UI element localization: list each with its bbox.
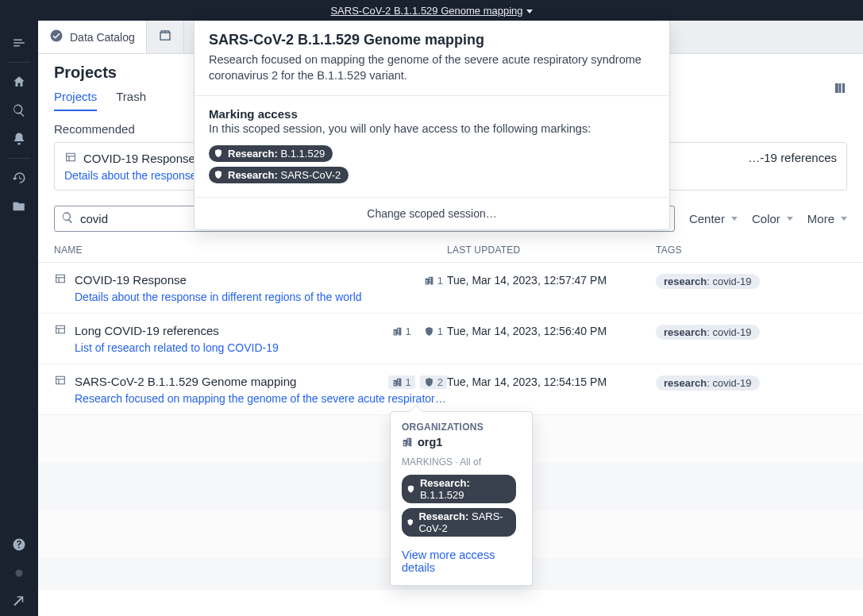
rail-divider xyxy=(8,158,30,159)
popover-title: SARS-CoV-2 B.1.1.529 Genome mapping xyxy=(209,32,655,48)
row-title: SARS-CoV-2 B.1.1.529 Genome mapping xyxy=(75,375,296,388)
row-time: Tue, Mar 14, 2023, 12:54:15 PM xyxy=(447,374,656,405)
org-icon xyxy=(402,437,413,448)
tag: research: covid-19 xyxy=(656,325,760,340)
table-row[interactable]: COVID-19 Response Details about the resp… xyxy=(38,263,863,314)
orgs-label: ORGANIZATIONS xyxy=(402,422,521,433)
scoped-session-title[interactable]: SARS-CoV-2 B.1.1.529 Genome mapping xyxy=(330,5,522,17)
scoped-session-popover: SARS-CoV-2 B.1.1.529 Genome mapping Rese… xyxy=(194,21,670,230)
check-circle-icon xyxy=(49,29,64,45)
row-time: Tue, Mar 14, 2023, 12:56:40 PM xyxy=(447,323,656,354)
org-count: 1 xyxy=(420,274,447,287)
tab-label: Data Catalog xyxy=(70,31,135,44)
table-row[interactable]: Long COVID-19 references List of researc… xyxy=(38,314,863,364)
row-desc: List of research related to long COVID-1… xyxy=(75,341,447,354)
project-icon xyxy=(54,323,67,338)
markings-label: MARKINGS xyxy=(402,456,453,468)
recent-icon[interactable] xyxy=(0,164,38,192)
row-title: Long COVID-19 references xyxy=(75,324,219,337)
change-scoped-session[interactable]: Change scoped session… xyxy=(195,197,669,229)
tab-data-catalog[interactable]: Data Catalog xyxy=(38,21,147,53)
tag: research: covid-19 xyxy=(656,375,760,391)
view-access-details-link[interactable]: View more access details xyxy=(402,549,521,574)
marking-chip: Research: SARS-CoV-2 xyxy=(402,508,516,537)
subtab-projects[interactable]: Projects xyxy=(54,82,97,111)
files-icon[interactable] xyxy=(0,192,38,221)
filter-color[interactable]: Color xyxy=(752,212,793,225)
chevron-down-icon xyxy=(523,5,533,17)
org-count: 1 xyxy=(388,325,415,338)
popover-access-heading: Marking access xyxy=(209,107,655,121)
subtab-trash[interactable]: Trash xyxy=(116,82,146,111)
open-external-icon[interactable] xyxy=(0,587,38,616)
row-desc: Details about the response in different … xyxy=(75,291,447,303)
table-header: NAME LAST UPDATED TAGS xyxy=(38,232,863,263)
search-icon[interactable] xyxy=(0,96,38,125)
project-icon xyxy=(54,272,67,287)
card-title: COVID-19 Response xyxy=(83,152,195,165)
status-dot-icon xyxy=(0,559,38,587)
row-title: COVID-19 Response xyxy=(75,273,187,287)
popover-desc: Research focused on mapping the genome o… xyxy=(209,52,655,84)
marking-chip: Research: B.1.1.529 xyxy=(402,475,516,503)
marking-count: 1 xyxy=(420,325,447,338)
rail-divider xyxy=(8,62,30,63)
page-title: Projects xyxy=(54,64,165,82)
markings-suffix: · All of xyxy=(453,456,481,468)
table-row[interactable]: SARS-CoV-2 B.1.1.529 Genome mapping Rese… xyxy=(38,364,863,415)
marking-count[interactable]: 2 xyxy=(420,375,447,389)
col-last-updated: LAST UPDATED xyxy=(447,244,656,256)
archive-icon xyxy=(158,29,172,45)
filter-more[interactable]: More xyxy=(807,212,847,225)
layout-toggle[interactable] xyxy=(833,81,847,98)
project-icon xyxy=(54,374,67,389)
search-icon xyxy=(61,211,74,226)
marking-chip: Research: B.1.1.529 xyxy=(209,145,333,162)
scoped-session-banner[interactable]: SARS-CoV-2 B.1.1.529 Genome mapping xyxy=(0,0,863,21)
card-title: …-19 references xyxy=(748,151,837,164)
home-icon[interactable] xyxy=(0,67,38,96)
help-icon[interactable] xyxy=(0,530,38,559)
access-details-popover: ORGANIZATIONS org1 MARKINGS · All of Res… xyxy=(390,411,533,586)
menu-icon[interactable] xyxy=(0,29,38,57)
marking-chip: Research: SARS-CoV-2 xyxy=(209,167,349,183)
filter-center[interactable]: Center xyxy=(689,212,738,225)
row-desc: Research focused on mapping the genome o… xyxy=(75,392,447,405)
popover-access-text: In this scoped session, you will only ha… xyxy=(209,122,655,135)
org-name: org1 xyxy=(418,436,442,449)
tag: research: covid-19 xyxy=(656,274,760,289)
project-icon xyxy=(64,151,77,166)
nav-rail xyxy=(0,21,38,616)
col-name: NAME xyxy=(54,244,447,256)
col-tags: TAGS xyxy=(656,244,847,256)
row-time: Tue, Mar 14, 2023, 12:57:47 PM xyxy=(447,272,656,303)
org-count[interactable]: 1 xyxy=(388,375,415,389)
notifications-icon[interactable] xyxy=(0,125,38,153)
tab-secondary[interactable] xyxy=(147,21,184,53)
